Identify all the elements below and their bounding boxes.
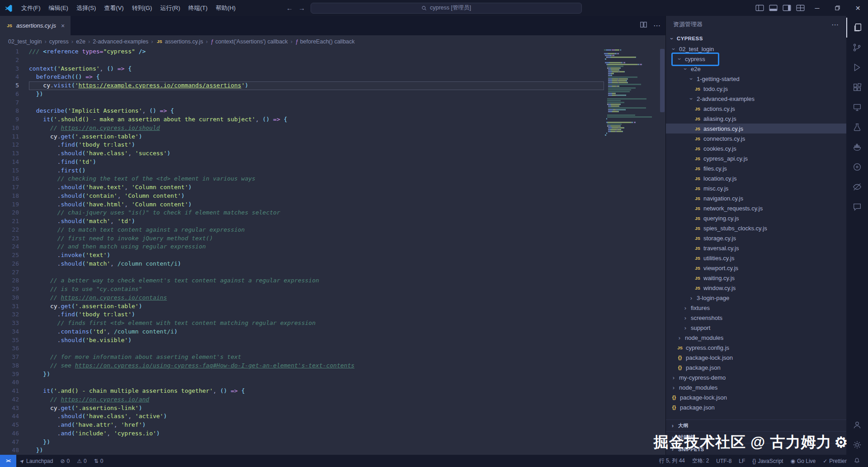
chat-icon[interactable] (846, 197, 868, 217)
tree-item[interactable]: {}package-lock.json (666, 353, 846, 362)
docker-icon[interactable] (846, 137, 868, 157)
statusbar-errors[interactable]: ⊘0 (57, 455, 73, 467)
code-line[interactable]: // to match text content against a regul… (29, 226, 604, 234)
editor-scrollbar[interactable] (659, 48, 665, 455)
breadcrumb-item[interactable]: cypress (49, 38, 69, 45)
code-line[interactable]: cy.get('.assertion-table') (29, 133, 604, 141)
more-actions-icon[interactable]: ⋯ (653, 21, 661, 30)
code-line[interactable]: // and then match using regular expressi… (29, 243, 604, 251)
code-line[interactable]: }) (29, 370, 604, 379)
statusbar-language[interactable]: {}JavaScript (749, 455, 787, 467)
tree-item[interactable]: {}package-lock.json (666, 392, 846, 402)
code-line[interactable] (29, 56, 604, 65)
toggle-primary-sidebar-icon[interactable] (753, 0, 766, 16)
code-line[interactable]: .should('contain', 'Column content') (29, 192, 604, 200)
code-line[interactable]: .first() (29, 167, 604, 175)
code-line[interactable]: // a better way to check element's text … (29, 276, 604, 285)
code-line[interactable]: .should('match', /column content/i) (29, 260, 604, 268)
breadcrumb-item[interactable]: ƒcontext('Assertions') callback (211, 38, 288, 45)
code-line[interactable]: // finds first <td> element with text co… (29, 319, 604, 328)
record-circle-icon[interactable] (846, 157, 868, 177)
panel-header[interactable]: ›大纲 (666, 419, 846, 431)
command-center-search[interactable]: cypress [管理员] (311, 3, 582, 14)
tree-item[interactable]: ›2-advanced-examples (666, 94, 846, 104)
code-line[interactable]: .and('have.attr', 'href') (29, 421, 604, 429)
code-line[interactable] (29, 344, 604, 353)
tree-item[interactable]: JSaliasing.cy.js (666, 114, 846, 124)
statusbar-eol[interactable]: LF (735, 455, 749, 467)
statusbar-go-live[interactable]: ◉Go Live (787, 455, 819, 467)
tree-item[interactable]: JScypress_api.cy.js (666, 153, 846, 163)
account-icon[interactable] (846, 415, 868, 435)
toggle-panel-icon[interactable] (766, 0, 780, 16)
extensions-icon[interactable] (846, 77, 868, 97)
code-line[interactable]: }) (29, 446, 604, 455)
code-line[interactable]: // https://on.cypress.io/and (29, 396, 604, 404)
tree-item[interactable]: JSquerying.cy.js (666, 213, 846, 223)
code-line[interactable]: beforeEach(() => { (29, 73, 604, 81)
editor[interactable]: 1234567891011121314151617181920212223242… (0, 48, 665, 455)
tree-item[interactable]: JSspies_stubs_clocks.cy.js (666, 223, 846, 233)
code-line[interactable]: // https://on.cypress.io/should (29, 124, 604, 133)
menu-item[interactable]: 查看(V) (100, 0, 127, 16)
tree-item[interactable]: ›node_modules (666, 382, 846, 392)
code-line[interactable]: .find('td') (29, 158, 604, 167)
remote-indicator[interactable]: >< (0, 455, 16, 467)
tree-item[interactable]: JStraversal.cy.js (666, 243, 846, 253)
code-line[interactable]: }) (29, 90, 604, 99)
tree-item[interactable]: JSviewport.cy.js (666, 263, 846, 273)
menu-item[interactable]: 运行(R) (156, 0, 184, 16)
code-line[interactable] (29, 99, 604, 107)
run-debug-icon[interactable] (846, 57, 868, 77)
minimize-button[interactable]: ─ (807, 0, 827, 16)
tree-item[interactable]: JSwindow.cy.js (666, 283, 846, 293)
tree-item[interactable]: JSnavigation.cy.js (666, 193, 846, 203)
code-lines[interactable]: /// <reference types="cypress" />context… (29, 48, 604, 455)
menu-item[interactable]: 选择(S) (72, 0, 100, 16)
tree-item[interactable]: ›fixtures (666, 303, 846, 313)
statusbar-ports[interactable]: ⇅0 (90, 455, 107, 467)
customize-layout-icon[interactable] (793, 0, 807, 16)
tree-item[interactable]: JSlocation.cy.js (666, 173, 846, 183)
code-line[interactable]: // is to use "cy.contains" (29, 285, 604, 294)
code-line[interactable]: cy.get('.assertions-link') (29, 404, 604, 413)
breadcrumb-item[interactable]: 2-advanced-examples (93, 38, 148, 45)
code-line[interactable]: .find('tbody tr:last') (29, 310, 604, 319)
tree-item[interactable]: JSstorage.cy.js (666, 233, 846, 243)
code-line[interactable]: describe('Implicit Assertions', () => { (29, 107, 604, 115)
menu-item[interactable]: 终端(T) (184, 0, 212, 16)
eye-off-icon[interactable] (846, 177, 868, 197)
tree-item[interactable]: ›my-cypress-demo (666, 372, 846, 382)
menu-item[interactable]: 编辑(E) (45, 0, 72, 16)
sidebar-more-actions-icon[interactable]: ⋯ (831, 20, 839, 29)
tree-item[interactable]: ›3-login-page (666, 293, 846, 303)
split-editor-icon[interactable] (640, 21, 647, 30)
forward-arrow-icon[interactable]: → (298, 4, 305, 12)
menu-item[interactable]: 文件(F) (17, 0, 45, 16)
toggle-secondary-sidebar-icon[interactable] (780, 0, 793, 16)
code-line[interactable]: .and('include', 'cypress.io') (29, 429, 604, 438)
code-line[interactable]: // chai-jquery uses "is()" to check if e… (29, 209, 604, 217)
code-line[interactable]: .should('have.html', 'Column content') (29, 200, 604, 209)
tree-item[interactable]: JSmisc.cy.js (666, 183, 846, 193)
code-line[interactable]: .should('have.class', 'success') (29, 149, 604, 158)
statusbar-warnings[interactable]: ⚠0 (73, 455, 90, 467)
code-line[interactable]: cy.visit('https://example.cypress.io/com… (29, 81, 604, 90)
remote-explorer-icon[interactable] (846, 97, 868, 117)
workspace-section-header[interactable]: › CYPRESS (666, 33, 846, 44)
source-control-icon[interactable] (846, 38, 868, 57)
tree-item[interactable]: ›node_modules (666, 333, 846, 343)
breadcrumb-item[interactable]: e2e (76, 38, 85, 45)
tree-item[interactable]: JSwaiting.cy.js (666, 273, 846, 283)
tree-item[interactable]: JStodo.cy.js (666, 84, 846, 94)
code-line[interactable] (29, 268, 604, 277)
menu-item[interactable]: 帮助(H) (212, 0, 240, 16)
breadcrumb-item[interactable]: 02_test_login (8, 38, 42, 45)
code-line[interactable]: .should('be.visible') (29, 336, 604, 345)
close-button[interactable]: ✕ (848, 0, 868, 16)
tree-item[interactable]: JSfiles.cy.js (666, 163, 846, 173)
code-line[interactable]: /// <reference types="cypress" /> (29, 48, 604, 56)
code-line[interactable]: it('.and() - chain multiple assertions t… (29, 387, 604, 396)
code-line[interactable]: context('Assertions', () => { (29, 65, 604, 73)
tree-item[interactable]: JSutilities.cy.js (666, 253, 846, 263)
